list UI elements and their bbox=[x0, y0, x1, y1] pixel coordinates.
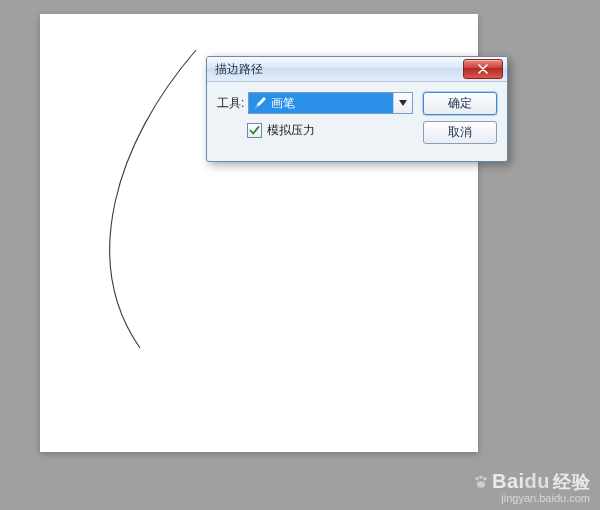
checkmark-icon bbox=[249, 125, 260, 136]
stroke-path-dialog: 描边路径 工具: 画笔 bbox=[206, 56, 508, 162]
svg-point-0 bbox=[475, 477, 479, 481]
simulate-pressure-checkbox[interactable] bbox=[247, 123, 262, 138]
watermark: Baidu 经验 jingyan.baidu.com bbox=[473, 470, 590, 504]
dialog-body: 工具: 画笔 bbox=[207, 82, 507, 161]
dialog-close-button[interactable] bbox=[463, 59, 503, 79]
tool-selected-label: 画笔 bbox=[271, 95, 295, 112]
workspace: 描边路径 工具: 画笔 bbox=[0, 0, 600, 510]
dialog-title: 描边路径 bbox=[215, 61, 463, 78]
chevron-down-icon bbox=[393, 93, 412, 113]
ok-button[interactable]: 确定 bbox=[423, 92, 497, 115]
tool-dropdown[interactable]: 画笔 bbox=[248, 92, 413, 114]
paw-icon bbox=[473, 474, 489, 490]
tool-label: 工具: bbox=[217, 95, 244, 112]
close-icon bbox=[478, 64, 488, 74]
dialog-titlebar[interactable]: 描边路径 bbox=[207, 57, 507, 82]
cancel-button[interactable]: 取消 bbox=[423, 121, 497, 144]
simulate-pressure-label: 模拟压力 bbox=[267, 122, 315, 139]
svg-point-1 bbox=[479, 475, 483, 479]
svg-point-2 bbox=[483, 477, 487, 481]
svg-point-3 bbox=[477, 481, 485, 487]
brush-icon bbox=[253, 96, 267, 110]
